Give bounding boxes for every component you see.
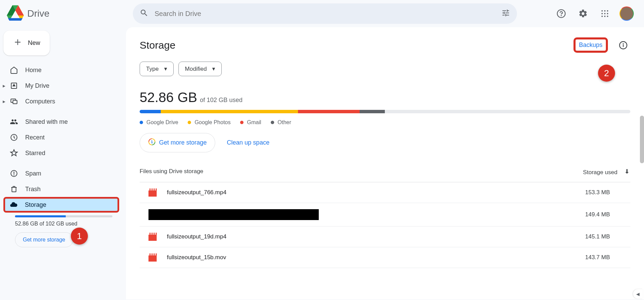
file-size: 149.4 MB (585, 211, 630, 218)
legend-dot-icon (271, 121, 274, 124)
logo-area[interactable]: Drive (7, 4, 133, 23)
svg-point-16 (14, 175, 14, 175)
apps-icon[interactable] (598, 6, 612, 21)
svg-point-7 (607, 13, 608, 14)
table-row[interactable]: fullsizeoutput_15b.mov143.7 MB (140, 247, 630, 268)
svg-point-5 (601, 13, 603, 14)
search-icon (140, 9, 148, 19)
chevron-right-icon: ▶ (3, 84, 5, 88)
svg-point-8 (601, 16, 603, 17)
sidebar-label: Shared with me (25, 118, 68, 126)
sidebar-label: Computers (25, 98, 55, 105)
plus-icon (13, 37, 22, 49)
file-name: fullsizeoutput_766.mp4 (167, 189, 226, 196)
legend-dot-icon (188, 121, 191, 124)
sidebar-label: Spam (25, 170, 41, 177)
search-input[interactable] (155, 10, 495, 18)
sidebar-label: Recent (25, 134, 45, 141)
legend-item: Other (271, 119, 291, 126)
svg-point-2 (601, 10, 603, 12)
table-row[interactable]: fullsizeoutput_766.mp4153.3 MB (140, 182, 630, 203)
sidebar-item-shared[interactable]: Shared with me (3, 114, 119, 130)
redacted-content (148, 209, 319, 220)
new-button[interactable]: New (3, 31, 50, 55)
chevron-right-icon: ▶ (3, 100, 5, 103)
trash-icon (10, 185, 18, 193)
table-row[interactable]: 149.4 MB (140, 203, 630, 227)
sidebar-item-computers[interactable]: ▶ Computers (3, 94, 119, 109)
storage-segment (360, 110, 385, 113)
video-file-icon (148, 253, 157, 262)
storage-legend: Google DriveGoogle PhotosGmailOther (140, 119, 630, 126)
star-icon (10, 149, 18, 157)
chevron-down-icon: ▾ (212, 65, 215, 72)
sidebar-label: Storage (25, 201, 46, 209)
one-icon: 1 (148, 138, 156, 147)
sidebar-get-more-button[interactable]: Get more storage (15, 232, 73, 247)
table-row[interactable]: fullsizeoutput_19d.mp4145.1 MB (140, 227, 630, 247)
sidebar-label: Trash (25, 186, 41, 193)
svg-point-9 (604, 16, 606, 17)
video-file-icon (148, 188, 157, 197)
sidebar-label: Starred (25, 150, 45, 157)
sidebar-item-trash[interactable]: Trash (3, 181, 119, 197)
file-size: 145.1 MB (585, 233, 630, 240)
annotation-1: 1 (71, 228, 88, 245)
storage-used-amount: 52.86 GB (140, 90, 197, 105)
svg-point-1 (561, 15, 561, 16)
file-name: fullsizeoutput_15b.mov (167, 254, 226, 261)
info-icon[interactable] (616, 38, 630, 52)
cloud-icon (9, 201, 18, 209)
sidebar-item-home[interactable]: Home (3, 62, 119, 78)
annotation-2: 2 (598, 65, 615, 82)
filter-label: Modified (185, 66, 207, 72)
backups-link[interactable]: Backups (579, 41, 602, 48)
svg-point-10 (607, 16, 608, 17)
storage-total: of 102 GB used (200, 97, 242, 104)
scrollbar[interactable] (640, 116, 644, 163)
legend-label: Google Photos (194, 119, 231, 126)
svg-point-3 (604, 10, 606, 12)
sidebar-storage-meter (15, 215, 112, 217)
settings-icon[interactable] (576, 6, 590, 21)
header-right (554, 6, 637, 21)
cleanup-link[interactable]: Clean up space (227, 139, 269, 146)
side-panel-toggle[interactable]: ◀ (633, 289, 643, 299)
storage-segment (298, 110, 359, 113)
sidebar-item-spam[interactable]: Spam (3, 166, 119, 181)
file-name: fullsizeoutput_19d.mp4 (167, 233, 226, 240)
sort-arrow-icon[interactable] (624, 168, 630, 177)
recent-icon (10, 133, 18, 141)
legend-dot-icon (240, 121, 244, 124)
filter-modified[interactable]: Modified ▾ (178, 62, 222, 76)
svg-point-4 (607, 10, 608, 12)
get-more-storage-button[interactable]: 1 Get more storage (140, 133, 215, 152)
legend-label: Google Drive (146, 119, 178, 126)
backups-highlight: Backups (574, 37, 608, 53)
shared-icon (10, 118, 18, 126)
avatar[interactable] (619, 6, 634, 21)
sidebar-item-recent[interactable]: Recent (3, 130, 119, 145)
sidebar-item-starred[interactable]: Starred (3, 145, 119, 161)
search-bar[interactable] (133, 3, 517, 24)
help-icon[interactable] (554, 6, 568, 21)
svg-point-18 (623, 44, 623, 44)
legend-item: Google Photos (188, 119, 231, 126)
files-header: Files using Drive storage (140, 168, 203, 177)
legend-item: Google Drive (140, 119, 178, 126)
file-size: 143.7 MB (585, 254, 630, 261)
sidebar-item-mydrive[interactable]: ▶ My Drive (3, 78, 119, 94)
spam-icon (10, 169, 18, 178)
tune-icon[interactable] (501, 9, 510, 19)
computers-icon (10, 97, 18, 105)
chevron-down-icon: ▾ (164, 65, 167, 72)
content: Storage Backups Type ▾ Modified ▾ 52.86 … (126, 27, 644, 299)
legend-label: Other (278, 119, 291, 126)
storage-bar (140, 110, 630, 113)
storage-used-header[interactable]: Storage used (583, 169, 617, 176)
svg-text:1: 1 (151, 140, 153, 144)
storage-segment (140, 110, 161, 113)
sidebar-item-storage[interactable]: Storage (3, 197, 119, 213)
filter-type[interactable]: Type ▾ (140, 62, 174, 76)
filter-label: Type (146, 66, 159, 72)
